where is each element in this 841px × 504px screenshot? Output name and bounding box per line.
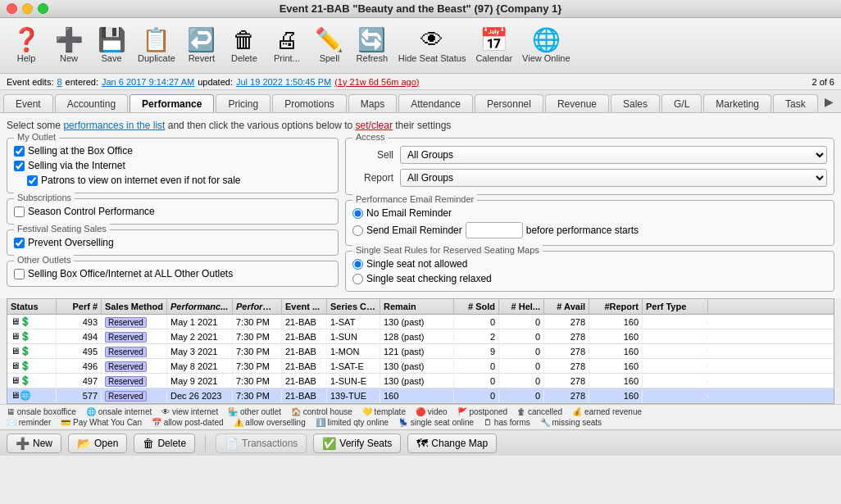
td-status: 🖥💲 [7, 374, 57, 388]
legend-other-outlet: 🏪 other outlet [228, 407, 281, 416]
td-held: 0 [499, 375, 544, 388]
report-select[interactable]: All Groups [400, 169, 827, 187]
hide-seat-status-button[interactable]: 👁 Hide Seat Status [395, 27, 470, 65]
prevent-overselling-checkbox[interactable] [14, 238, 25, 248]
right-panel: Access Sell All Groups Report All Groups… [345, 138, 834, 292]
delete-toolbar-button[interactable]: 🗑 Delete [225, 27, 264, 65]
col-event[interactable]: Event ... [282, 299, 327, 314]
save-label: Save [101, 53, 121, 63]
maximize-button[interactable] [38, 3, 48, 14]
tabs-bar: Event Accounting Performance Pricing Pro… [0, 90, 841, 113]
table-row[interactable]: 🖥🌐 577 Reserved Dec 26 2023 7:30 PM 21-B… [7, 388, 834, 403]
close-button[interactable] [7, 3, 17, 14]
help-button[interactable]: ❓ Help [7, 27, 46, 65]
td-event: 21-BAB [282, 316, 327, 329]
td-perf-num: 496 [57, 360, 102, 373]
col-perf-time[interactable]: Performa... [233, 299, 282, 314]
duplicate-button[interactable]: 📋 Duplicate [134, 27, 179, 65]
col-remain[interactable]: Remain [380, 299, 454, 314]
open-label: Open [94, 438, 118, 449]
col-status[interactable]: Status [7, 299, 57, 314]
td-sold: 2 [454, 330, 499, 343]
transactions-button[interactable]: 📄 Transactions [216, 434, 307, 453]
minimize-button[interactable] [22, 3, 33, 14]
patrons-view-checkbox[interactable] [27, 175, 38, 186]
single-seat-not-allowed-radio[interactable] [352, 259, 363, 270]
table-row[interactable]: 🖥💲 496 Reserved May 8 2021 7:30 PM 21-BA… [7, 359, 834, 374]
col-perf-num[interactable]: Perf # [57, 299, 102, 314]
td-perf-time: 7:30 PM [233, 316, 282, 329]
updated-date[interactable]: Jul 19 2022 1:50:45 PM [236, 77, 331, 87]
tab-promotions[interactable]: Promotions [272, 94, 347, 112]
help-label: Help [17, 53, 36, 63]
sell-select[interactable]: All Groups [400, 146, 827, 164]
view-online-button[interactable]: 🌐 View Online [519, 27, 574, 65]
tab-event[interactable]: Event [3, 94, 53, 112]
col-avail[interactable]: # Avail [544, 299, 589, 314]
delete-bottom-button[interactable]: 🗑 Delete [134, 434, 195, 453]
refresh-button[interactable]: 🔄 Refresh [352, 27, 392, 65]
entered-date[interactable]: Jan 6 2017 9:14:27 AM [102, 77, 194, 87]
season-control-checkbox[interactable] [14, 207, 25, 217]
patrons-view-row: Patrons to view on internet even if not … [14, 173, 331, 188]
col-report[interactable]: #Report [589, 299, 643, 314]
performances-link[interactable]: performances in the list [63, 120, 165, 131]
tab-scroll-right[interactable]: ▶ [820, 93, 839, 110]
spell-button[interactable]: ✏️ Spell [310, 27, 349, 65]
legend-row-2: ✉️ reminder 💳 Pay What You Can 📅 allow p… [7, 418, 834, 427]
print-button[interactable]: 🖨 Print... [267, 27, 307, 65]
verify-seats-button[interactable]: ✅ Verify Seats [313, 434, 401, 453]
selling-internet-row: Selling via the Internet [14, 158, 331, 173]
td-event: 21-BAB [282, 389, 327, 402]
selling-box-office-row: Selling at the Box Office [14, 143, 331, 158]
tab-maps[interactable]: Maps [348, 94, 397, 112]
tab-task[interactable]: Task [773, 94, 818, 112]
selling-internet-checkbox[interactable] [14, 161, 25, 171]
no-email-radio[interactable] [352, 208, 363, 219]
selling-all-outlets-checkbox[interactable] [14, 269, 25, 279]
td-series: 1-SAT-E [327, 360, 380, 373]
tab-sales[interactable]: Sales [611, 94, 660, 112]
tab-personnel[interactable]: Personnel [475, 94, 543, 112]
single-seat-relaxed-radio[interactable] [352, 274, 363, 284]
table-row[interactable]: 🖥💲 493 Reserved May 1 2021 7:30 PM 21-BA… [7, 315, 834, 329]
table-row[interactable]: 🖥💲 497 Reserved May 9 2021 7:30 PM 21-BA… [7, 374, 834, 388]
new-toolbar-button[interactable]: ➕ New [49, 27, 89, 65]
status-bar-left: Event edits: 8 entered: Jan 6 2017 9:14:… [7, 77, 420, 87]
tab-marketing[interactable]: Marketing [703, 94, 771, 112]
td-perf-date: May 8 2021 [167, 360, 233, 373]
td-perf-type [643, 335, 708, 338]
col-sold[interactable]: # Sold [454, 299, 499, 314]
tab-revenue[interactable]: Revenue [545, 94, 609, 112]
legend-reminder: ✉️ reminder [7, 418, 51, 427]
calendar-button[interactable]: 📅 Calendar [472, 27, 516, 65]
col-sales-method[interactable]: Sales Method [102, 299, 167, 314]
col-held[interactable]: # Hel... [499, 299, 544, 314]
revert-button[interactable]: ↩️ Revert [182, 27, 221, 65]
open-button[interactable]: 📂 Open [68, 434, 127, 453]
edits-count[interactable]: 8 [57, 77, 61, 87]
selling-box-office-checkbox[interactable] [14, 146, 25, 157]
col-perf-date[interactable]: Performanc... [167, 299, 233, 314]
table-row[interactable]: 🖥💲 494 Reserved May 2 2021 7:30 PM 21-BA… [7, 329, 834, 344]
tab-performance[interactable]: Performance [130, 94, 214, 112]
reminder-time-input[interactable]: 2d 3h 5m [466, 222, 523, 238]
updated-label: updated: [198, 77, 233, 87]
save-button[interactable]: 💾 Save [92, 27, 131, 65]
tab-accounting[interactable]: Accounting [55, 94, 128, 112]
tab-pricing[interactable]: Pricing [216, 94, 270, 112]
table-row[interactable]: 🖥💲 495 Reserved May 3 2021 7:30 PM 21-BA… [7, 344, 834, 359]
col-perf-type[interactable]: Perf Type [643, 299, 708, 314]
col-series[interactable]: Series C... ▲ [327, 299, 380, 314]
send-email-row: Send Email Reminder 2d 3h 5m before perf… [352, 220, 827, 240]
sell-row: Sell All Groups [352, 143, 827, 166]
send-email-radio[interactable] [352, 225, 363, 236]
change-map-button[interactable]: 🗺 Change Map [407, 434, 497, 453]
set-clear-link[interactable]: set/clear [356, 120, 393, 131]
td-avail: 278 [544, 389, 589, 402]
save-icon: 💾 [98, 29, 126, 52]
selling-box-office-label: Selling at the Box Office [28, 145, 133, 157]
tab-attendance[interactable]: Attendance [398, 94, 473, 112]
new-button[interactable]: ➕ New [7, 434, 61, 453]
tab-gl[interactable]: G/L [661, 94, 702, 112]
